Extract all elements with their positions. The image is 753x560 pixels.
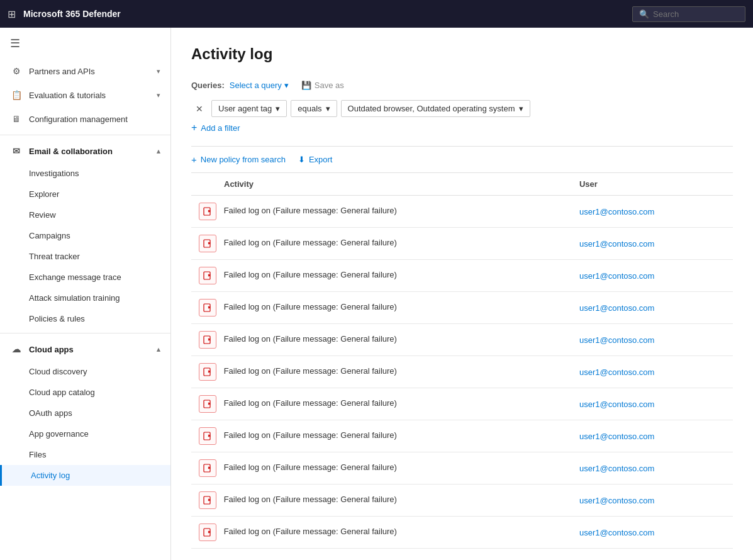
failed-login-icon: [199, 395, 216, 413]
user-email[interactable]: user1@contoso.com: [579, 335, 654, 345]
sidebar-item-files[interactable]: Files: [0, 444, 170, 465]
filter-close-button[interactable]: ✕: [191, 101, 208, 117]
chevron-up-icon: ▴: [157, 147, 160, 155]
user-email[interactable]: user1@contoso.com: [579, 367, 654, 377]
save-as-button[interactable]: 💾 Save as: [301, 81, 344, 90]
cloud-icon: ☁: [10, 343, 23, 356]
sidebar-label: Activity log: [31, 471, 160, 480]
activity-text: Failed log on (Failure message: General …: [224, 398, 397, 408]
sidebar-item-cloud-discovery[interactable]: Cloud discovery: [0, 361, 170, 382]
topbar: ⊞ Microsoft 365 Defender 🔍: [0, 0, 753, 28]
table-row[interactable]: Failed log on (Failure message: General …: [191, 356, 733, 388]
search-icon: 🔍: [639, 9, 649, 19]
table-row[interactable]: Failed log on (Failure message: General …: [191, 452, 733, 484]
sidebar-item-activity-log[interactable]: Activity log: [0, 465, 170, 486]
sidebar-item-review[interactable]: Review: [0, 204, 170, 225]
col-activity-header: Activity: [191, 173, 572, 196]
user-email[interactable]: user1@contoso.com: [579, 207, 654, 216]
sidebar-label: Cloud apps: [29, 345, 157, 354]
chevron-down-icon: ▾: [519, 104, 523, 113]
user-email[interactable]: user1@contoso.com: [579, 528, 654, 537]
sidebar-item-campaigns[interactable]: Campaigns: [0, 225, 170, 246]
add-filter-label: Add a filter: [201, 123, 240, 133]
user-email[interactable]: user1@contoso.com: [579, 271, 654, 281]
user-email[interactable]: user1@contoso.com: [579, 400, 654, 409]
chevron-up-icon: ▴: [157, 345, 160, 354]
activity-text: Failed log on (Failure message: General …: [224, 334, 397, 344]
select-query-label: Select a query: [230, 81, 282, 90]
sidebar-item-cloud-apps[interactable]: ☁ Cloud apps ▴: [0, 337, 170, 361]
failed-login-icon: [199, 267, 216, 284]
sidebar-label: Explorer: [29, 189, 160, 199]
evaluation-icon: 📋: [10, 89, 23, 101]
queries-label: Queries:: [191, 81, 225, 90]
sidebar-item-configuration-management[interactable]: 🖥 Configuration management: [0, 107, 170, 131]
user-email[interactable]: user1@contoso.com: [579, 239, 654, 249]
user-email[interactable]: user1@contoso.com: [579, 464, 654, 473]
sidebar-item-cloud-app-catalog[interactable]: Cloud app catalog: [0, 382, 170, 403]
hamburger-button[interactable]: ☰: [0, 28, 170, 59]
sidebar-item-attack-simulation-training[interactable]: Attack simulation training: [0, 288, 170, 308]
activity-table: Activity User Failed log on (Fa: [191, 173, 733, 549]
activity-cell: Failed log on (Failure message: General …: [191, 260, 572, 292]
table-row[interactable]: Failed log on (Failure message: General …: [191, 324, 733, 356]
sidebar-item-email-collaboration[interactable]: ✉ Email & collaboration ▴: [0, 139, 170, 163]
table-row[interactable]: Failed log on (Failure message: General …: [191, 388, 733, 420]
export-button[interactable]: ⬇ Export: [298, 155, 333, 164]
divider: [0, 135, 170, 135]
sidebar-item-app-governance[interactable]: App governance: [0, 423, 170, 444]
user-cell: user1@contoso.com: [572, 196, 733, 228]
action-row: + New policy from search ⬇ Export: [191, 146, 733, 173]
table-row[interactable]: Failed log on (Failure message: General …: [191, 292, 733, 324]
failed-login-icon: [199, 203, 216, 220]
sidebar-item-policies-rules[interactable]: Policies & rules: [0, 308, 170, 329]
sidebar-item-explorer[interactable]: Explorer: [0, 184, 170, 204]
main-content: Activity log Queries: Select a query ▾ 💾…: [171, 28, 753, 560]
user-email[interactable]: user1@contoso.com: [579, 432, 654, 441]
user-cell: user1@contoso.com: [572, 292, 733, 324]
failed-login-icon: [199, 331, 216, 349]
user-email[interactable]: user1@contoso.com: [579, 303, 654, 313]
table-row[interactable]: Failed log on (Failure message: General …: [191, 260, 733, 292]
sidebar-item-exchange-message-trace[interactable]: Exchange message trace: [0, 267, 170, 288]
activity-cell: Failed log on (Failure message: General …: [191, 356, 572, 388]
filter-field-label: User agent tag: [218, 104, 272, 113]
sidebar-label: Attack simulation training: [29, 293, 160, 303]
sidebar-item-investigations[interactable]: Investigations: [0, 163, 170, 184]
user-cell: user1@contoso.com: [572, 420, 733, 452]
sidebar-item-oauth-apps[interactable]: OAuth apps: [0, 403, 170, 423]
sidebar-item-threat-tracker[interactable]: Threat tracker: [0, 246, 170, 267]
filter-operator-dropdown[interactable]: equals ▾: [291, 100, 337, 117]
filter-row: ✕ User agent tag ▾ equals ▾ Outdated bro…: [191, 100, 733, 117]
activity-text: Failed log on (Failure message: General …: [224, 366, 397, 376]
sidebar-label: Files: [29, 450, 160, 459]
sidebar-item-partners-apis[interactable]: ⚙ Partners and APIs ▾: [0, 59, 170, 83]
filter-field-dropdown[interactable]: User agent tag ▾: [211, 100, 287, 117]
search-box[interactable]: 🔍: [632, 6, 745, 22]
user-cell: user1@contoso.com: [572, 356, 733, 388]
new-policy-button[interactable]: + New policy from search: [191, 154, 286, 165]
user-cell: user1@contoso.com: [572, 324, 733, 356]
failed-login-icon: [199, 363, 216, 381]
sidebar-label: Cloud discovery: [29, 367, 160, 376]
table-row[interactable]: Failed log on (Failure message: General …: [191, 484, 733, 517]
add-filter-button[interactable]: + Add a filter: [191, 122, 733, 133]
table-row[interactable]: Failed log on (Failure message: General …: [191, 420, 733, 452]
sidebar-item-evaluation-tutorials[interactable]: 📋 Evaluation & tutorials ▾: [0, 83, 170, 107]
table-row[interactable]: Failed log on (Failure message: General …: [191, 517, 733, 549]
email-icon: ✉: [10, 145, 23, 157]
activity-cell: Failed log on (Failure message: General …: [191, 484, 572, 517]
filter-value-dropdown[interactable]: Outdated browser, Outdated operating sys…: [341, 100, 530, 117]
user-cell: user1@contoso.com: [572, 452, 733, 484]
select-query-button[interactable]: Select a query ▾: [230, 81, 289, 90]
table-row[interactable]: Failed log on (Failure message: General …: [191, 228, 733, 260]
queries-row: Queries: Select a query ▾ 💾 Save as: [191, 81, 733, 90]
grid-icon[interactable]: ⊞: [8, 8, 16, 20]
user-email[interactable]: user1@contoso.com: [579, 496, 654, 505]
table-row[interactable]: Failed log on (Failure message: General …: [191, 196, 733, 228]
activity-text: Failed log on (Failure message: General …: [224, 302, 397, 311]
sidebar-label: Configuration management: [29, 115, 160, 124]
filter-value-label: Outdated browser, Outdated operating sys…: [348, 104, 515, 113]
search-input[interactable]: [653, 9, 741, 19]
partners-icon: ⚙: [10, 65, 23, 77]
